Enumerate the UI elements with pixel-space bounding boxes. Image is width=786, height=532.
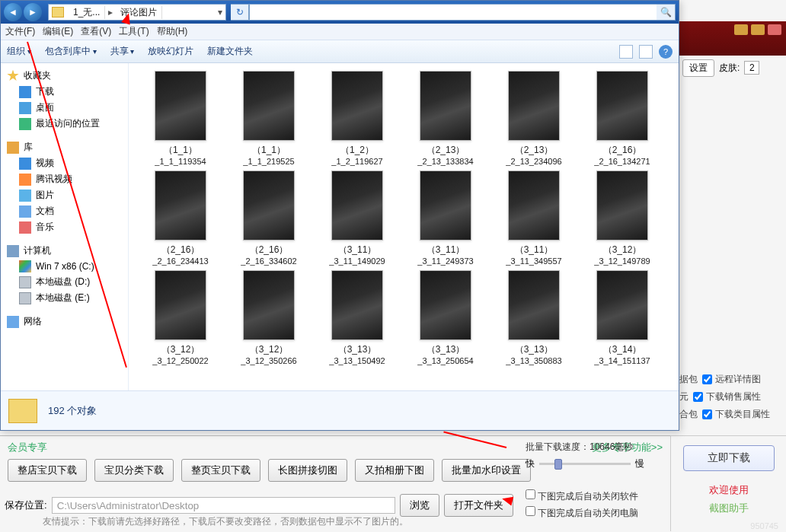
album-dl-button[interactable]: 又拍相册下图 — [355, 459, 434, 482]
minimize-button[interactable] — [734, 24, 748, 35]
file-thumbnail[interactable]: （3_12）_3_12_250022 — [136, 270, 225, 365]
file-name: _1_1_119354 — [136, 157, 225, 166]
view-mode-button[interactable] — [619, 45, 633, 59]
folder-icon — [8, 399, 37, 423]
sidebar-item-e-drive[interactable]: 本地磁盘 (E:) — [1, 290, 128, 306]
maximize-button[interactable] — [751, 24, 765, 35]
save-path-input[interactable] — [52, 497, 395, 514]
right-options: 据包远程详情图 元下载销售属性 合包下载类目属性 — [679, 373, 775, 425]
menu-file[interactable]: 文件(F) — [5, 25, 35, 38]
file-thumbnail[interactable]: （3_12）_3_12_149789 — [578, 170, 666, 266]
speed-slider[interactable] — [539, 463, 631, 465]
file-thumbnail[interactable]: （3_12）_3_12_350266 — [225, 270, 313, 365]
new-folder-button[interactable]: 新建文件夹 — [207, 45, 253, 58]
watermark-button[interactable]: 批量加水印设置 — [442, 459, 531, 482]
opt-pack-label: 据包 — [679, 373, 698, 386]
file-thumbnail[interactable]: （1_1）_1_1_219525 — [225, 71, 313, 166]
search-box[interactable]: 🔍 — [249, 4, 676, 21]
file-label: （1_1） — [225, 144, 313, 157]
breadcrumb[interactable]: 1_无... ▸ 评论图片 ▾ — [48, 4, 226, 21]
file-thumbnail[interactable]: （3_11）_3_11_149029 — [313, 170, 401, 266]
crumb-segment[interactable]: 评论图片 — [116, 6, 162, 19]
nav-forward-button[interactable]: ► — [24, 3, 42, 21]
sale-attr-checkbox[interactable] — [693, 392, 703, 402]
slideshow-button[interactable]: 放映幻灯片 — [148, 45, 193, 58]
search-icon[interactable]: 🔍 — [657, 5, 675, 20]
favorites-group[interactable]: 收藏夹 — [1, 68, 128, 84]
close-pc-checkbox[interactable] — [526, 506, 535, 516]
close-pc-row[interactable]: 下图完成后自动关闭电脑 — [526, 506, 638, 520]
page-dl-button[interactable]: 整页宝贝下载 — [181, 459, 260, 482]
sidebar-item-video[interactable]: 视频 — [1, 155, 128, 171]
skin-label: 皮肤: — [719, 62, 740, 75]
computer-group[interactable]: 计算机 — [1, 243, 128, 259]
file-thumbnail[interactable]: （3_11）_3_11_249373 — [401, 170, 490, 266]
remote-detail-label: 远程详情图 — [715, 373, 761, 386]
file-thumbnail[interactable]: （3_13）_3_13_150492 — [313, 270, 401, 365]
thumbnail-image — [243, 170, 295, 241]
file-thumbnail[interactable]: （2_13）_2_13_133834 — [401, 71, 490, 166]
file-thumbnail[interactable]: （1_1）_1_1_119354 — [136, 71, 225, 166]
menu-view[interactable]: 查看(V) — [81, 25, 111, 38]
file-thumbnail[interactable]: （2_13）_2_13_234096 — [490, 71, 578, 166]
file-thumbnail[interactable]: （1_2）_1_2_119627 — [313, 71, 401, 166]
file-thumbnail[interactable]: （3_11）_3_11_349557 — [490, 170, 578, 266]
sidebar-item-txvideo[interactable]: 腾讯视频 — [1, 171, 128, 187]
sidebar-item-music[interactable]: 音乐 — [1, 219, 128, 235]
welcome-text: 欢迎使用 — [709, 483, 749, 497]
sidebar-item-images[interactable]: 图片 — [1, 187, 128, 203]
search-input[interactable] — [250, 7, 657, 18]
share-menu[interactable]: 共享 — [110, 45, 135, 58]
sidebar-item-recent[interactable]: 最近访问的位置 — [1, 116, 128, 132]
crumb-segment[interactable]: 1_无... — [69, 6, 105, 19]
close-software-checkbox[interactable] — [526, 489, 535, 499]
close-button[interactable] — [768, 24, 781, 35]
menu-edit[interactable]: 编辑(E) — [43, 25, 73, 38]
long-image-button[interactable]: 长图拼接切图 — [268, 459, 347, 482]
file-thumbnail[interactable]: （3_13）_3_13_350883 — [490, 270, 578, 365]
menu-tools[interactable]: 工具(T) — [119, 25, 149, 38]
sidebar-item-downloads[interactable]: 下载 — [1, 84, 128, 100]
sidebar-item-docs[interactable]: 文档 — [1, 203, 128, 219]
download-now-button[interactable]: 立即下载 — [683, 445, 775, 471]
file-name: _3_12_350266 — [225, 356, 313, 365]
slider-thumb[interactable] — [554, 459, 562, 470]
close-software-row[interactable]: 下图完成后自动关闭软件 — [526, 489, 638, 503]
file-thumbnail[interactable]: （2_16）_2_16_234413 — [136, 170, 225, 266]
sidebar-item-desktop[interactable]: 桌面 — [1, 100, 128, 116]
drive-icon — [19, 276, 31, 288]
file-name: _2_16_134271 — [578, 157, 666, 166]
screenshot-tool-link[interactable]: 截图助手 — [709, 502, 749, 515]
organize-menu[interactable]: 组织 — [7, 45, 31, 58]
sidebar-item-c-drive[interactable]: Win 7 x86 (C:) — [1, 259, 128, 274]
chevron-right-icon[interactable]: ▸ — [105, 7, 116, 18]
preview-pane-button[interactable] — [639, 45, 653, 59]
cat-attr-checkbox[interactable] — [702, 409, 712, 419]
remote-detail-checkbox[interactable] — [702, 374, 712, 384]
bottom-panel: 会员专享 更多专享功能>> 整店宝贝下载 宝贝分类下载 整页宝贝下载 长图拼接切… — [0, 435, 786, 531]
thumbnail-image — [155, 270, 206, 340]
include-lib-menu[interactable]: 包含到库中 — [45, 45, 97, 58]
file-thumbnail[interactable]: （2_16）_2_16_134271 — [578, 71, 666, 166]
music-icon — [19, 221, 31, 234]
library-group[interactable]: 库 — [1, 139, 128, 155]
skin-select[interactable]: 2 — [744, 61, 759, 75]
file-thumbnail[interactable]: （3_14）_3_14_151137 — [578, 270, 666, 365]
nav-pane: 收藏夹 下载 桌面 最近访问的位置 库 视频 腾讯视频 图片 文档 音乐 计算机… — [1, 63, 129, 390]
settings-button[interactable]: 设置 — [682, 59, 714, 77]
menu-help[interactable]: 帮助(H) — [157, 25, 188, 38]
chevron-down-icon[interactable]: ▾ — [215, 7, 225, 18]
help-icon[interactable]: ? — [659, 45, 673, 59]
whole-shop-dl-button[interactable]: 整店宝贝下载 — [8, 459, 87, 482]
file-thumbnail[interactable]: （2_16）_2_16_334602 — [225, 170, 313, 266]
category-dl-button[interactable]: 宝贝分类下载 — [94, 459, 174, 482]
file-explorer-window: ◄ ► 1_无... ▸ 评论图片 ▾ ↻ 🔍 文件(F) 编辑(E) 查看(V… — [0, 0, 679, 431]
file-thumbnail[interactable]: （3_13）_3_13_250654 — [401, 270, 490, 365]
explorer-titlebar: ◄ ► 1_无... ▸ 评论图片 ▾ ↻ 🔍 — [1, 1, 679, 24]
nav-back-button[interactable]: ◄ — [4, 3, 22, 21]
network-group[interactable]: 网络 — [1, 314, 128, 330]
sidebar-item-d-drive[interactable]: 本地磁盘 (D:) — [1, 274, 128, 290]
browse-button[interactable]: 浏览 — [400, 494, 439, 517]
open-folder-button[interactable]: 打开文件夹 — [444, 494, 513, 517]
refresh-button[interactable]: ↻ — [231, 4, 249, 21]
